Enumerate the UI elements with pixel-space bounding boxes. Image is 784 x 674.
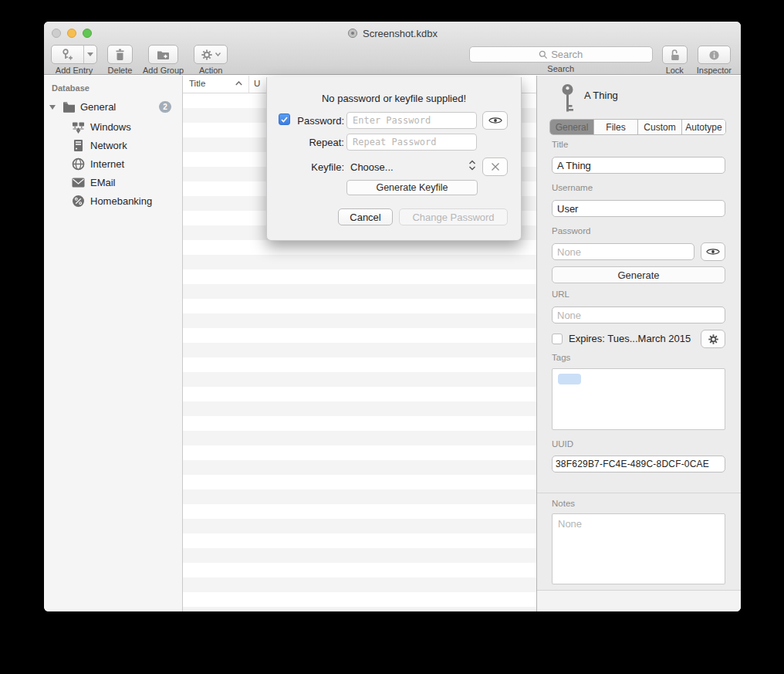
check-icon bbox=[281, 117, 288, 123]
sidebar-item-windows[interactable]: Windows bbox=[44, 119, 182, 136]
sheet-password-input[interactable] bbox=[346, 112, 477, 129]
gear-icon bbox=[708, 334, 719, 345]
disclosure-triangle-icon[interactable] bbox=[49, 105, 56, 110]
password-label: Password bbox=[552, 226, 591, 235]
action-button[interactable] bbox=[194, 45, 228, 64]
server-icon bbox=[73, 139, 83, 152]
stepper-icon[interactable] bbox=[468, 159, 476, 171]
sidebar-item-label: General bbox=[80, 101, 116, 113]
titlebar[interactable]: Screenshot.kdbx bbox=[44, 22, 741, 45]
password-checkbox[interactable] bbox=[279, 113, 290, 125]
notes-box[interactable]: None bbox=[552, 513, 725, 584]
expires-settings-button[interactable] bbox=[701, 330, 725, 348]
sidebar-item-homebanking[interactable]: Homebanking bbox=[44, 193, 182, 210]
title-label: Title bbox=[552, 140, 568, 149]
tab-files[interactable]: Files bbox=[594, 120, 638, 134]
document-icon[interactable] bbox=[347, 28, 358, 39]
search-placeholder: Search bbox=[551, 49, 583, 60]
inspector-divider bbox=[537, 493, 741, 493]
add-group-item: Add Group bbox=[143, 45, 184, 75]
clear-keyfile-button[interactable] bbox=[482, 157, 508, 176]
sheet-repeat-input[interactable] bbox=[346, 134, 477, 151]
key-icon bbox=[559, 83, 576, 113]
lock-label: Lock bbox=[666, 66, 684, 75]
sidebar-item-label: Network bbox=[90, 140, 127, 151]
sidebar-item-label: Windows bbox=[90, 121, 131, 133]
key-plus-icon[interactable] bbox=[52, 46, 83, 63]
zoom-button[interactable] bbox=[83, 29, 92, 38]
generate-label: Generate bbox=[617, 269, 659, 281]
close-button[interactable] bbox=[52, 29, 61, 38]
lock-button[interactable] bbox=[662, 46, 688, 64]
add-group-label: Add Group bbox=[143, 66, 184, 75]
change-password-sheet: No password or keyfile supplied! Passwor… bbox=[266, 77, 522, 241]
info-circle-icon bbox=[708, 49, 720, 61]
padlock-open-icon bbox=[669, 49, 681, 61]
delete-item: Delete bbox=[107, 45, 133, 75]
expires-label: Expires: Tues...March 2015 bbox=[569, 333, 691, 344]
change-password-button[interactable]: Change Password bbox=[399, 208, 508, 225]
tab-general[interactable]: General bbox=[550, 120, 594, 134]
inspector-button[interactable] bbox=[698, 46, 731, 64]
inspector-tabs: General Files Custom Autotype bbox=[549, 119, 726, 135]
notes-placeholder: None bbox=[558, 518, 582, 530]
inspector-panel: A Thing General Files Custom Autotype Ti… bbox=[537, 76, 741, 611]
column-divider[interactable] bbox=[248, 76, 249, 93]
delete-button[interactable] bbox=[107, 45, 133, 64]
sidebar-header: Database bbox=[52, 83, 90, 93]
sidebar-item-email[interactable]: EMail bbox=[44, 174, 182, 191]
url-label: URL bbox=[552, 290, 569, 299]
generate-keyfile-button[interactable]: Generate Keyfile bbox=[346, 180, 478, 195]
group-sidebar: Database General 2 Windows bbox=[44, 76, 183, 611]
search-item: Search Search bbox=[469, 45, 653, 75]
delete-label: Delete bbox=[108, 66, 133, 75]
sidebar-item-general[interactable]: General 2 bbox=[44, 99, 182, 116]
window-title: Screenshot.kdbx bbox=[363, 28, 438, 39]
inspector-item: Inspector bbox=[697, 45, 732, 75]
trash-icon bbox=[114, 49, 126, 61]
search-input[interactable]: Search bbox=[469, 46, 653, 63]
cancel-label: Cancel bbox=[350, 212, 380, 223]
url-field[interactable] bbox=[552, 307, 725, 323]
add-group-button[interactable] bbox=[148, 45, 178, 64]
sheet-reveal-button[interactable] bbox=[482, 111, 508, 130]
globe-icon bbox=[72, 157, 85, 171]
title-field[interactable] bbox=[552, 157, 725, 174]
percent-icon bbox=[72, 195, 85, 208]
expires-checkbox[interactable] bbox=[552, 334, 563, 344]
generate-keyfile-label: Generate Keyfile bbox=[376, 182, 448, 193]
eye-icon bbox=[488, 116, 502, 125]
inspector-label: Inspector bbox=[697, 66, 732, 75]
traffic-lights bbox=[52, 29, 92, 38]
tab-autotype[interactable]: Autotype bbox=[682, 120, 725, 134]
uuid-field[interactable] bbox=[552, 456, 725, 472]
gear-icon bbox=[201, 49, 213, 61]
tags-box[interactable] bbox=[552, 368, 725, 430]
tab-custom[interactable]: Custom bbox=[638, 120, 682, 134]
column-header-username[interactable]: U bbox=[254, 79, 260, 88]
add-entry-button[interactable] bbox=[51, 45, 97, 64]
search-label: Search bbox=[547, 64, 574, 73]
tag-pill[interactable] bbox=[558, 374, 581, 384]
username-label: Username bbox=[552, 183, 593, 192]
toolbar: Add Entry Delete A bbox=[44, 45, 741, 75]
action-label: Action bbox=[199, 66, 223, 75]
action-item: Action bbox=[194, 45, 228, 75]
sheet-repeat-label: Repeat: bbox=[292, 137, 344, 148]
sidebar-item-label: Homebanking bbox=[90, 195, 152, 207]
envelope-icon bbox=[72, 178, 85, 188]
generate-password-button[interactable]: Generate bbox=[552, 266, 725, 283]
column-header-title[interactable]: Title bbox=[189, 79, 205, 88]
sidebar-item-internet[interactable]: Internet bbox=[44, 156, 182, 173]
password-field[interactable] bbox=[552, 243, 694, 260]
x-icon bbox=[491, 162, 500, 171]
keyfile-popup[interactable]: Choose... bbox=[350, 161, 394, 173]
search-icon bbox=[539, 50, 548, 59]
reveal-password-button[interactable] bbox=[701, 242, 725, 261]
username-field[interactable] bbox=[552, 200, 725, 217]
sort-ascending-icon bbox=[235, 81, 242, 86]
chevron-down-icon[interactable] bbox=[83, 46, 96, 63]
minimize-button[interactable] bbox=[67, 29, 76, 38]
sidebar-item-network[interactable]: Network bbox=[44, 137, 182, 154]
cancel-button[interactable]: Cancel bbox=[338, 208, 393, 225]
